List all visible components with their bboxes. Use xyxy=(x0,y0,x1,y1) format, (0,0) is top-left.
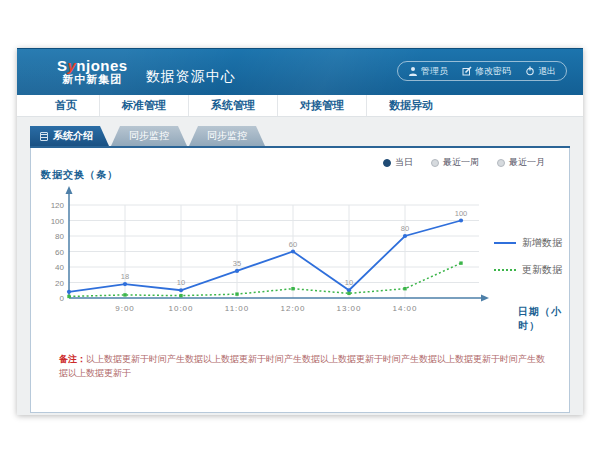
user-pill: 管理员 修改密码 退出 xyxy=(397,61,567,81)
blue-line-swatch xyxy=(494,242,516,244)
svg-text:10: 10 xyxy=(177,278,185,287)
document-icon xyxy=(40,132,48,141)
footnote: 备注：以上数据更新于时间产生数据以上数据更新于时间产生数据以上数据更新于时间产生… xyxy=(59,353,549,380)
change-password-button[interactable]: 修改密码 xyxy=(462,65,511,78)
logout-label: 退出 xyxy=(538,65,556,78)
logo[interactable]: Synjones 新中新集团 xyxy=(57,58,128,85)
svg-text:12:00: 12:00 xyxy=(280,304,305,313)
svg-text:60: 60 xyxy=(289,240,297,249)
svg-text:100: 100 xyxy=(51,217,65,226)
radio-selected-icon xyxy=(383,159,391,167)
tab-sync-monitor-2[interactable]: 同步监控 xyxy=(189,126,265,146)
tab-label: 系统介绍 xyxy=(53,126,93,146)
green-dotted-swatch xyxy=(494,269,516,271)
svg-text:10:00: 10:00 xyxy=(168,304,193,313)
user-menu[interactable]: 管理员 xyxy=(408,65,448,78)
legend-label: 更新数据 xyxy=(522,263,562,277)
header: Synjones 新中新集团 数据资源中心 管理员 修改密码 退出 xyxy=(17,48,583,95)
legend-item-new-data: 新增数据 xyxy=(494,236,562,250)
power-icon xyxy=(525,66,535,76)
radio-label: 当日 xyxy=(395,156,413,169)
main-nav: 首页 标准管理 系统管理 对接管理 数据异动 xyxy=(17,95,583,117)
svg-text:20: 20 xyxy=(55,279,64,288)
svg-text:10: 10 xyxy=(345,278,353,287)
user-name: 管理员 xyxy=(421,65,448,78)
svg-text:40: 40 xyxy=(55,263,64,272)
nav-item-data-changes[interactable]: 数据异动 xyxy=(366,95,455,116)
svg-text:18: 18 xyxy=(121,272,129,281)
user-icon xyxy=(408,66,418,76)
chart-legend: 新增数据 更新数据 xyxy=(494,236,562,277)
svg-text:11:00: 11:00 xyxy=(225,304,249,313)
tabs: 系统介绍 同步监控 同步监控 xyxy=(30,126,570,146)
legend-item-updated-data: 更新数据 xyxy=(494,263,562,277)
svg-text:100: 100 xyxy=(455,209,468,218)
nav-item-system[interactable]: 系统管理 xyxy=(188,95,277,116)
svg-text:0: 0 xyxy=(60,294,65,303)
tab-system-intro[interactable]: 系统介绍 xyxy=(30,126,109,146)
radio-today[interactable]: 当日 xyxy=(383,156,413,169)
svg-text:9:00: 9:00 xyxy=(115,304,135,313)
edit-icon xyxy=(462,66,472,76)
radio-icon xyxy=(497,159,505,167)
content: 系统介绍 同步监控 同步监控 当日 最近一周 最近一月 xyxy=(17,117,583,413)
change-password-label: 修改密码 xyxy=(475,65,511,78)
radio-icon xyxy=(431,159,439,167)
chart-svg: 0204060801001209:0010:0011:0012:0013:001… xyxy=(39,180,489,332)
svg-text:35: 35 xyxy=(233,259,241,268)
svg-text:80: 80 xyxy=(401,224,409,233)
logo-wordmark: Synjones xyxy=(57,58,128,74)
radio-last-month[interactable]: 最近一月 xyxy=(497,156,545,169)
nav-item-standards[interactable]: 标准管理 xyxy=(99,95,188,116)
footnote-text: 以上数据更新于时间产生数据以上数据更新于时间产生数据以上数据更新于时间产生数据以… xyxy=(59,354,545,378)
page-title: 数据资源中心 xyxy=(146,68,236,86)
range-filters: 当日 最近一周 最近一月 xyxy=(383,156,545,169)
radio-last-week[interactable]: 最近一周 xyxy=(431,156,479,169)
radio-label: 最近一月 xyxy=(509,156,545,169)
svg-text:120: 120 xyxy=(51,201,65,210)
svg-text:13:00: 13:00 xyxy=(336,304,361,313)
radio-label: 最近一周 xyxy=(443,156,479,169)
footnote-prefix: 备注： xyxy=(59,354,86,364)
tab-sync-monitor-1[interactable]: 同步监控 xyxy=(111,126,187,146)
x-axis-title: 日期（小时） xyxy=(518,305,569,333)
nav-item-home[interactable]: 首页 xyxy=(33,95,99,116)
logo-company-name: 新中新集团 xyxy=(62,74,122,86)
logout-button[interactable]: 退出 xyxy=(525,65,556,78)
svg-text:14:00: 14:00 xyxy=(392,304,417,313)
chart-panel: 当日 最近一周 最近一月 数据交换（条） 0204060801001209:00… xyxy=(30,148,570,413)
page: Synjones 新中新集团 数据资源中心 管理员 修改密码 退出 首页 标准管… xyxy=(17,48,583,415)
nav-item-integration[interactable]: 对接管理 xyxy=(277,95,366,116)
legend-label: 新增数据 xyxy=(522,236,562,250)
svg-text:60: 60 xyxy=(55,248,64,257)
svg-text:80: 80 xyxy=(55,232,64,241)
